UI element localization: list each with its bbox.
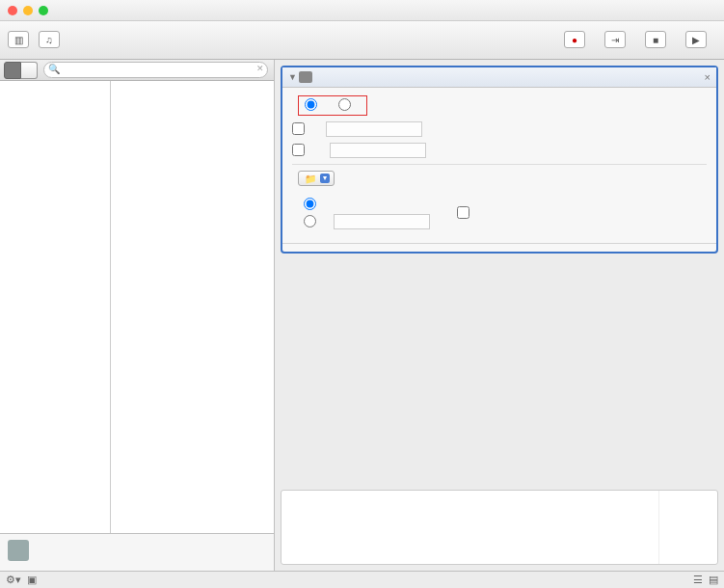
media-icon: ♫ [39,31,60,48]
disclosure-icon[interactable]: ▼ [288,72,297,82]
run-icon: ▶ [685,31,707,48]
header-text-input[interactable] [326,121,422,137]
statusbar: ⚙▾ ▣ ☰ ▤ [0,571,724,588]
library-sidebar[interactable] [0,81,111,533]
titlebar [0,0,724,21]
record-icon: ● [564,31,585,48]
same-name-radio[interactable] [304,198,320,212]
search-icon: 🔍 [48,64,60,74]
flow-view-icon[interactable]: ▤ [709,574,718,586]
search-field[interactable]: 🔍 ✕ [43,62,268,78]
stop-icon: ■ [645,31,666,48]
output-plain-radio[interactable] [305,98,321,113]
log-column-header [282,491,659,564]
custom-name-input[interactable] [334,214,430,229]
card-icon [299,71,312,83]
library-tabs: 🔍 ✕ [0,60,274,81]
output-highlight [298,95,367,116]
step-button[interactable]: ⇥ [604,31,626,49]
close-window-button[interactable] [8,6,17,15]
footer-text-input[interactable] [330,143,426,158]
minimize-window-button[interactable] [23,6,33,15]
custom-name-radio[interactable] [304,215,320,229]
tab-variables[interactable] [21,62,38,79]
library-button[interactable]: ▥ [8,31,29,49]
action-info-pane [0,533,274,571]
stop-button[interactable]: ■ [645,31,666,49]
zoom-window-button[interactable] [39,6,48,15]
tab-actions[interactable] [4,62,21,79]
save-output-popup[interactable]: 📁 [298,171,335,186]
library-icon: ▥ [8,31,29,48]
action-info-icon [8,540,29,561]
gear-menu-icon[interactable]: ⚙▾ [6,574,21,586]
search-input[interactable] [43,62,268,78]
duration-column-header [659,491,717,564]
replace-existing-checkbox[interactable] [457,206,473,221]
output-rich-radio[interactable] [338,98,355,113]
run-button[interactable]: ▶ [685,31,707,49]
list-view-icon[interactable]: ☰ [693,574,703,586]
media-button[interactable]: ♫ [39,31,60,49]
workflow-action-card[interactable]: ▼ × [281,66,718,254]
card-close-icon[interactable]: × [705,71,711,83]
record-button[interactable]: ● [564,31,585,49]
step-icon: ⇥ [604,31,626,48]
view-toggle-icon[interactable]: ▣ [27,574,37,586]
add-footer-checkbox[interactable] [292,144,308,158]
toolbar: ▥ ♫ ● ⇥ ■ ▶ [0,21,724,60]
log-table[interactable] [281,490,718,565]
workflow-area[interactable]: ▼ × [275,60,724,571]
add-header-checkbox[interactable] [292,122,308,137]
clear-search-icon[interactable]: ✕ [256,64,264,73]
actions-list[interactable] [111,81,274,533]
window-controls [8,6,48,15]
